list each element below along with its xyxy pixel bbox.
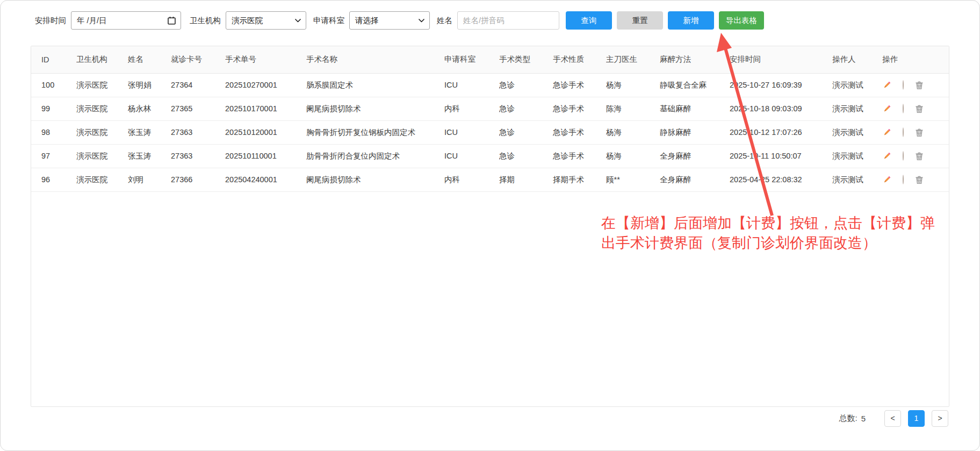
table-cell: 202504240001	[225, 168, 306, 191]
table-cell: 202510270001	[225, 73, 306, 97]
table-cell: 99	[31, 97, 76, 120]
table-body: 100演示医院张明娟27364202510270001肠系膜固定术ICU急诊急诊…	[31, 73, 949, 191]
annotation-text: 在【新增】后面增加【计费】按钮，点击【计费】弹 出手术计费界面（复制门诊划价界面…	[601, 213, 935, 253]
table-cell: 演示医院	[76, 73, 128, 97]
total-count-value: 5	[861, 414, 866, 423]
table-cell: 急诊手术	[553, 144, 606, 168]
table-cell: 张玉涛	[128, 144, 171, 168]
table-cell: 98	[31, 120, 76, 144]
current-page-button[interactable]: 1	[908, 410, 925, 427]
table-cell: 张玉涛	[128, 120, 171, 144]
table-cell: 阑尾病损切除术	[306, 97, 444, 120]
dept-select-value: 请选择	[355, 16, 419, 26]
actions-cell	[882, 144, 949, 168]
table-cell: 演示测试	[832, 120, 882, 144]
annotation-line-1: 在【新增】后面增加【计费】按钮，点击【计费】弹	[601, 213, 935, 233]
table-cell: 202510120001	[225, 120, 306, 144]
delete-icon[interactable]	[915, 81, 924, 90]
org-label: 卫生机构	[190, 16, 221, 26]
edit-icon[interactable]	[882, 152, 891, 161]
table-cell: 急诊手术	[553, 120, 606, 144]
table-cell: 内科	[444, 168, 499, 191]
table-cell: 阑尾病损切除术	[306, 168, 444, 191]
edit-icon[interactable]	[882, 128, 891, 137]
column-header-3: 姓名	[128, 46, 171, 73]
reset-button[interactable]: 重置	[617, 11, 663, 30]
table-cell: 演示医院	[76, 144, 128, 168]
column-header-8: 手术类型	[499, 46, 553, 73]
table-cell: 202510110001	[225, 144, 306, 168]
column-header-10: 主刀医生	[606, 46, 660, 73]
table-cell: 27366	[171, 168, 225, 191]
column-header-6: 手术名称	[306, 46, 444, 73]
filter-bar: 安排时间 年 /月/日 卫生机构 演示医院 申请科室 请选择 姓名 查询 重置 …	[35, 11, 764, 30]
column-header-11: 麻醉方法	[660, 46, 730, 73]
schedule-date-input[interactable]: 年 /月/日	[71, 11, 181, 30]
chevron-down-icon	[295, 19, 301, 23]
table-cell: 内科	[444, 97, 499, 120]
edit-icon[interactable]	[882, 104, 891, 113]
delete-icon[interactable]	[915, 175, 924, 184]
add-button[interactable]: 新增	[668, 11, 714, 30]
table-cell: 2025-10-18 09:03:09	[730, 97, 832, 120]
table-row: 97演示医院张玉涛27363202510110001肋骨骨折闭合复位内固定术IC…	[31, 144, 949, 168]
export-button[interactable]: 导出表格	[719, 11, 764, 30]
table-cell: 静脉麻醉	[660, 120, 730, 144]
table-cell: 杨海	[606, 144, 660, 168]
actions-cell	[882, 97, 949, 120]
actions-cell	[882, 168, 949, 191]
table-cell: 肠系膜固定术	[306, 73, 444, 97]
table-cell: 演示医院	[76, 168, 128, 191]
table-cell: 27365	[171, 97, 225, 120]
dept-select[interactable]: 请选择	[349, 11, 430, 30]
actions-cell	[882, 120, 949, 144]
delete-icon[interactable]	[915, 104, 924, 113]
name-input[interactable]	[457, 11, 559, 30]
table-cell: 96	[31, 168, 76, 191]
table-cell: 全身麻醉	[660, 168, 730, 191]
table-cell: 急诊	[499, 73, 553, 97]
table-cell: ICU	[444, 73, 499, 97]
schedule-time-label: 安排时间	[35, 16, 66, 26]
table-cell: 急诊手术	[553, 73, 606, 97]
edit-icon[interactable]	[882, 81, 891, 90]
prev-page-button[interactable]: <	[884, 410, 901, 427]
table-cell: 演示医院	[76, 97, 128, 120]
table-cell: 急诊	[499, 120, 553, 144]
edit-icon[interactable]	[882, 175, 891, 184]
org-select-value: 演示医院	[232, 16, 295, 26]
table-cell: ICU	[444, 120, 499, 144]
table-cell: 胸骨骨折切开复位钢板内固定术	[306, 120, 444, 144]
table-row: 100演示医院张明娟27364202510270001肠系膜固定术ICU急诊急诊…	[31, 73, 949, 97]
column-header-14: 操作	[882, 46, 949, 73]
table-cell: 静吸复合全麻	[660, 73, 730, 97]
table-cell: 择期	[499, 168, 553, 191]
table-cell: 杨海	[606, 73, 660, 97]
column-header-1: ID	[31, 46, 76, 73]
table-cell: 全身麻醉	[660, 144, 730, 168]
table-cell: 急诊	[499, 144, 553, 168]
table-cell: 202510170001	[225, 97, 306, 120]
table-cell: 演示医院	[76, 120, 128, 144]
name-label: 姓名	[437, 16, 452, 26]
actions-cell	[882, 73, 949, 97]
delete-icon[interactable]	[915, 152, 924, 161]
table-cell: 杨永林	[128, 97, 171, 120]
table-cell: 择期手术	[553, 168, 606, 191]
table-cell: 2025-10-12 17:07:26	[730, 120, 832, 144]
org-select[interactable]: 演示医院	[226, 11, 306, 30]
search-button[interactable]: 查询	[566, 11, 612, 30]
table-cell: 刘明	[128, 168, 171, 191]
next-page-button[interactable]: >	[932, 410, 948, 427]
table-cell: 2025-10-27 16:09:39	[730, 73, 832, 97]
table-cell: 2025-04-25 22:08:32	[730, 168, 832, 191]
column-header-4: 就诊卡号	[171, 46, 225, 73]
column-header-2: 卫生机构	[76, 46, 128, 73]
surgery-table: ID卫生机构姓名就诊卡号手术单号手术名称申请科室手术类型手术性质主刀医生麻醉方法…	[31, 46, 949, 192]
annotation-line-2: 出手术计费界面（复制门诊划价界面改造）	[601, 233, 935, 253]
delete-icon[interactable]	[915, 128, 924, 137]
calendar-icon[interactable]	[167, 16, 176, 25]
table-cell: 2025-10-11 10:50:07	[730, 144, 832, 168]
table-row: 96演示医院刘明27366202504240001阑尾病损切除术内科择期择期手术…	[31, 168, 949, 191]
table-cell: 97	[31, 144, 76, 168]
